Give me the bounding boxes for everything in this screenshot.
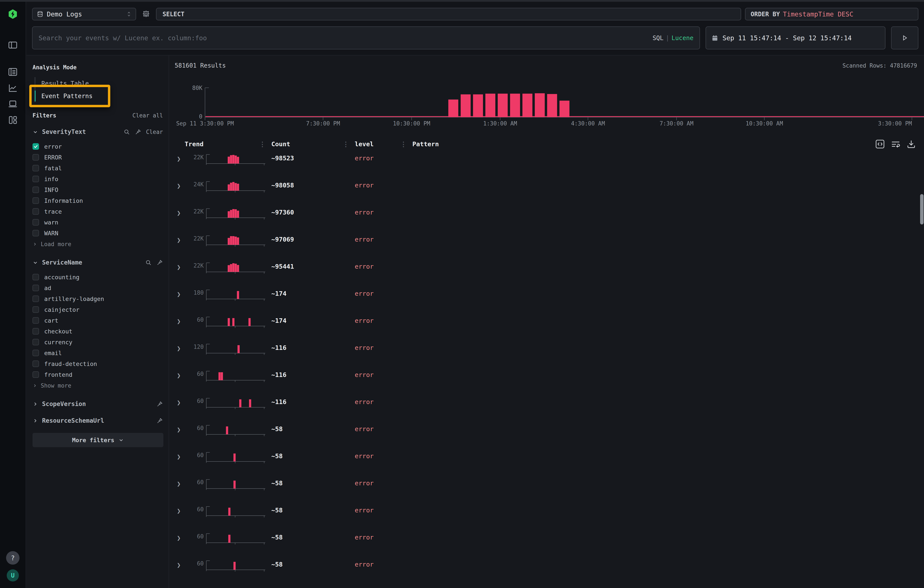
chart-explorer-icon[interactable] <box>7 82 18 94</box>
hyperdx-logo-icon[interactable] <box>6 7 20 21</box>
filter-option-trace[interactable]: trace <box>33 206 163 217</box>
checkbox-checked[interactable] <box>33 143 39 150</box>
checkbox-unchecked[interactable] <box>33 186 39 193</box>
table-row[interactable]: ❯60~58error <box>175 555 924 583</box>
toggle-lucene[interactable]: Lucene <box>672 35 693 41</box>
checkbox-unchecked[interactable] <box>33 350 39 356</box>
sidebar-toggle-icon[interactable] <box>7 40 18 51</box>
checkbox-unchecked[interactable] <box>33 154 39 161</box>
filter-group-header-resourceschemaurl[interactable]: ResourceSchemaUrl <box>33 417 163 424</box>
column-header-count[interactable]: Count ⋮ <box>271 140 355 148</box>
pin-icon[interactable] <box>157 259 163 266</box>
expand-chevron-icon[interactable]: ❯ <box>175 287 185 298</box>
order-by-input[interactable]: ORDER BY TimestampTime DESC <box>745 8 918 20</box>
expand-chevron-icon[interactable]: ❯ <box>175 152 185 163</box>
column-menu-icon[interactable]: ⋮ <box>259 140 271 148</box>
results-histogram[interactable]: Sep 11 3:30:00 PM7:30:00 PM10:30:00 PM1:… <box>175 71 924 130</box>
expand-chevron-icon[interactable]: ❯ <box>175 260 185 271</box>
filter-option-error[interactable]: error <box>33 141 163 152</box>
checkbox-unchecked[interactable] <box>33 285 39 291</box>
filter-option-cart[interactable]: cart <box>33 315 163 326</box>
column-header-level[interactable]: level ⋮ <box>355 140 412 148</box>
date-range-picker[interactable]: Sep 11 15:47:14 - Sep 12 15:47:14 <box>706 26 885 49</box>
run-query-button[interactable] <box>891 26 918 49</box>
checkbox-unchecked[interactable] <box>33 361 39 367</box>
filter-option-frontend[interactable]: frontend <box>33 369 163 380</box>
column-header-trend[interactable]: Trend ⋮ <box>185 140 271 148</box>
checkbox-unchecked[interactable] <box>33 165 39 171</box>
sessions-icon[interactable] <box>7 98 18 110</box>
pin-icon[interactable] <box>135 129 141 135</box>
table-row[interactable]: ❯22K~97360error <box>175 203 924 231</box>
filter-group-header-scopeversion[interactable]: ScopeVersion <box>33 400 163 407</box>
checkbox-unchecked[interactable] <box>33 198 39 204</box>
filter-option-warn[interactable]: WARN <box>33 228 163 239</box>
expand-chevron-icon[interactable]: ❯ <box>175 178 185 189</box>
expand-chevron-icon[interactable]: ❯ <box>175 476 185 488</box>
table-row[interactable]: ❯60~174error <box>175 312 924 339</box>
table-row[interactable]: ❯120~116error <box>175 339 924 366</box>
checkbox-unchecked[interactable] <box>33 219 39 226</box>
filter-group-header-servicename[interactable]: ServiceName <box>33 259 163 266</box>
table-row[interactable]: ❯22K~97069error <box>175 231 924 258</box>
column-menu-icon[interactable]: ⋮ <box>400 140 412 148</box>
search-logs-icon[interactable] <box>7 66 18 77</box>
expand-chevron-icon[interactable]: ❯ <box>175 449 185 460</box>
filter-option-information[interactable]: Information <box>33 195 163 206</box>
search-icon[interactable] <box>145 259 152 266</box>
search-icon[interactable] <box>124 129 130 135</box>
sidebar-item-event-patterns[interactable]: Event Patterns <box>35 90 163 102</box>
expand-chevron-icon[interactable]: ❯ <box>175 504 185 515</box>
table-row[interactable]: ❯180~174error <box>175 285 924 312</box>
filter-option-artillery-loadgen[interactable]: artillery-loadgen <box>33 293 163 304</box>
expand-chevron-icon[interactable]: ❯ <box>175 530 185 542</box>
search-input[interactable] <box>39 34 648 42</box>
checkbox-unchecked[interactable] <box>33 328 39 334</box>
filter-group-header-severitytext[interactable]: SeverityTextClear <box>33 128 163 135</box>
expand-chevron-icon[interactable]: ❯ <box>175 422 185 433</box>
table-row[interactable]: ❯60~116error <box>175 366 924 393</box>
checkbox-unchecked[interactable] <box>33 274 39 280</box>
expand-chevron-icon[interactable]: ❯ <box>175 206 185 217</box>
filter-option-accounting[interactable]: accounting <box>33 272 163 283</box>
column-header-pattern[interactable]: Pattern <box>412 140 885 148</box>
select-query-input[interactable]: SELECT <box>156 8 741 20</box>
expand-chevron-icon[interactable]: ❯ <box>175 341 185 352</box>
expand-chevron-icon[interactable]: ❯ <box>175 314 185 325</box>
scrollbar-thumb[interactable] <box>920 194 924 224</box>
source-settings-button[interactable] <box>140 8 152 20</box>
checkbox-unchecked[interactable] <box>33 317 39 324</box>
pin-icon[interactable] <box>157 417 163 424</box>
expand-chevron-icon[interactable]: ❯ <box>175 395 185 406</box>
filter-option-cainjector[interactable]: cainjector <box>33 304 163 315</box>
filter-option-currency[interactable]: currency <box>33 337 163 348</box>
more-filters-button[interactable]: More filters <box>33 433 163 447</box>
filter-option-fraud-detection[interactable]: fraud-detection <box>33 358 163 369</box>
table-row[interactable]: ❯22K~95441error <box>175 258 924 285</box>
user-avatar[interactable]: U <box>7 569 19 581</box>
table-row[interactable]: ❯60~58error <box>175 447 924 474</box>
filter-option-error[interactable]: ERROR <box>33 152 163 163</box>
table-row[interactable]: ❯60~116error <box>175 393 924 420</box>
checkbox-unchecked[interactable] <box>33 295 39 302</box>
sidebar-item-results-table[interactable]: Results Table <box>35 77 163 90</box>
source-select[interactable]: Demo Logs <box>32 8 136 20</box>
table-row[interactable]: ❯22K~98523error <box>175 149 924 176</box>
checkbox-unchecked[interactable] <box>33 371 39 378</box>
dashboards-icon[interactable] <box>7 114 18 126</box>
filter-option-email[interactable]: email <box>33 348 163 358</box>
table-row[interactable]: ❯60~58error <box>175 501 924 529</box>
checkbox-unchecked[interactable] <box>33 306 39 313</box>
load-more-button[interactable]: Load more <box>33 239 163 249</box>
wrap-lines-icon[interactable] <box>891 139 901 149</box>
view-code-icon[interactable] <box>875 139 885 149</box>
table-row[interactable]: ❯60~58error <box>175 420 924 447</box>
toggle-sql[interactable]: SQL <box>652 35 663 41</box>
clear-filter-button[interactable]: Clear <box>146 129 163 135</box>
show-more-button[interactable]: Show more <box>33 380 163 391</box>
filter-option-ad[interactable]: ad <box>33 283 163 293</box>
expand-chevron-icon[interactable]: ❯ <box>175 233 185 244</box>
column-menu-icon[interactable]: ⋮ <box>343 140 355 148</box>
table-row[interactable]: ❯60~58error <box>175 529 924 555</box>
download-icon[interactable] <box>906 139 916 149</box>
